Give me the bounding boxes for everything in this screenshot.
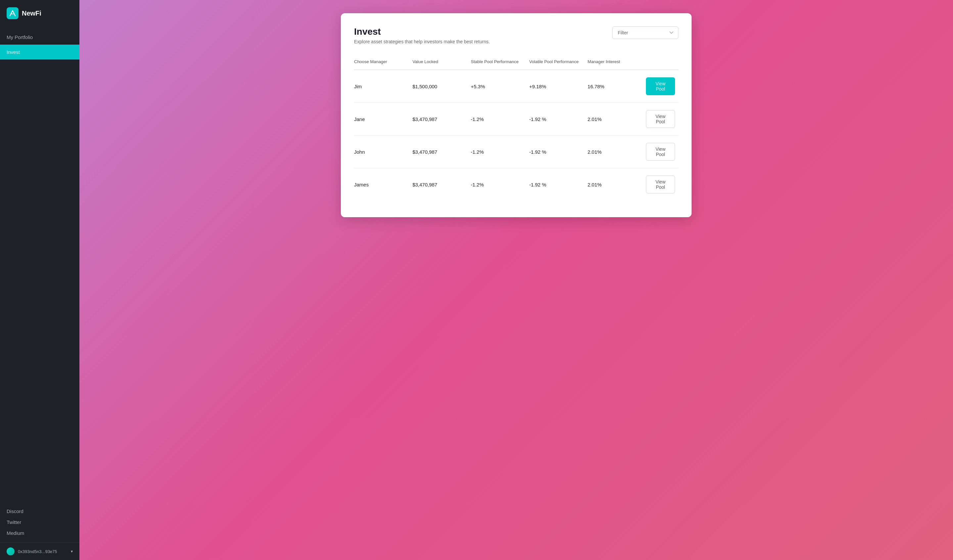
view-pool-button-0[interactable]: View Pool	[646, 77, 675, 95]
cell-interest-1: 2.01%	[588, 103, 646, 136]
table-row: Jane $3,470,987 -1.2% -1.92 % 2.01% View…	[354, 103, 678, 136]
cell-action-0: View Pool	[646, 70, 678, 103]
cell-action-1: View Pool	[646, 103, 678, 136]
logo-icon	[7, 7, 19, 19]
svg-rect-0	[7, 7, 19, 19]
cell-manager-2: John	[354, 136, 412, 168]
filter-select[interactable]: Filter	[612, 26, 678, 39]
table-row: Jim $1,500,000 +5.3% +9.18% 16.78% View …	[354, 70, 678, 103]
header-volatile-pool: Volatile Pool Performance	[529, 54, 587, 70]
sidebar-item-my-portfolio[interactable]: My Portfolio	[0, 30, 79, 45]
cell-manager-3: James	[354, 168, 412, 201]
cell-stable-1: -1.2%	[471, 103, 529, 136]
cell-volatile-1: -1.92 %	[529, 103, 587, 136]
cell-value-3: $3,470,987	[412, 168, 470, 201]
sidebar-link-medium[interactable]: Medium	[7, 530, 73, 536]
header-value-locked: Value Locked	[412, 54, 470, 70]
cell-manager-0: Jim	[354, 70, 412, 103]
main-content: Invest Explore asset strategies that hel…	[79, 0, 953, 560]
cell-volatile-2: -1.92 %	[529, 136, 587, 168]
sidebar-bottom-links: Discord Twitter Medium	[0, 502, 79, 543]
cell-value-2: $3,470,987	[412, 136, 470, 168]
card-title-section: Invest Explore asset strategies that hel…	[354, 26, 490, 44]
page-title: Invest	[354, 26, 490, 37]
sidebar-item-invest[interactable]: Invest	[0, 45, 79, 59]
cell-value-0: $1,500,000	[412, 70, 470, 103]
invest-table: Choose Manager Value Locked Stable Pool …	[354, 54, 678, 201]
cell-action-2: View Pool	[646, 136, 678, 168]
view-pool-button-1[interactable]: View Pool	[646, 110, 675, 128]
table-row: James $3,470,987 -1.2% -1.92 % 2.01% Vie…	[354, 168, 678, 201]
header-stable-pool: Stable Pool Performance	[471, 54, 529, 70]
view-pool-button-2[interactable]: View Pool	[646, 143, 675, 161]
cell-interest-3: 2.01%	[588, 168, 646, 201]
cell-interest-0: 16.78%	[588, 70, 646, 103]
wallet-avatar	[7, 548, 14, 555]
wallet-address: 0x393nd5n3...93e75	[18, 549, 67, 554]
logo-area: NewFi	[0, 0, 79, 26]
sidebar-link-twitter[interactable]: Twitter	[7, 519, 73, 525]
wallet-chevron-icon: ▾	[71, 549, 73, 554]
header-action	[646, 54, 678, 70]
table-row: John $3,470,987 -1.2% -1.92 % 2.01% View…	[354, 136, 678, 168]
invest-card: Invest Explore asset strategies that hel…	[341, 13, 692, 217]
view-pool-button-3[interactable]: View Pool	[646, 176, 675, 193]
card-header: Invest Explore asset strategies that hel…	[354, 26, 678, 44]
cell-stable-0: +5.3%	[471, 70, 529, 103]
cell-volatile-0: +9.18%	[529, 70, 587, 103]
app-name: NewFi	[22, 9, 41, 17]
cell-interest-2: 2.01%	[588, 136, 646, 168]
cell-action-3: View Pool	[646, 168, 678, 201]
header-manager: Choose Manager	[354, 54, 412, 70]
nav-section: My Portfolio Invest	[0, 26, 79, 502]
sidebar-link-discord[interactable]: Discord	[7, 509, 73, 514]
page-subtitle: Explore asset strategies that help inves…	[354, 39, 490, 44]
cell-stable-2: -1.2%	[471, 136, 529, 168]
header-manager-interest: Manager Interest	[588, 54, 646, 70]
sidebar: NewFi My Portfolio Invest Discord Twitte…	[0, 0, 79, 560]
cell-stable-3: -1.2%	[471, 168, 529, 201]
cell-volatile-3: -1.92 %	[529, 168, 587, 201]
cell-manager-1: Jane	[354, 103, 412, 136]
wallet-area[interactable]: 0x393nd5n3...93e75 ▾	[0, 543, 79, 560]
cell-value-1: $3,470,987	[412, 103, 470, 136]
